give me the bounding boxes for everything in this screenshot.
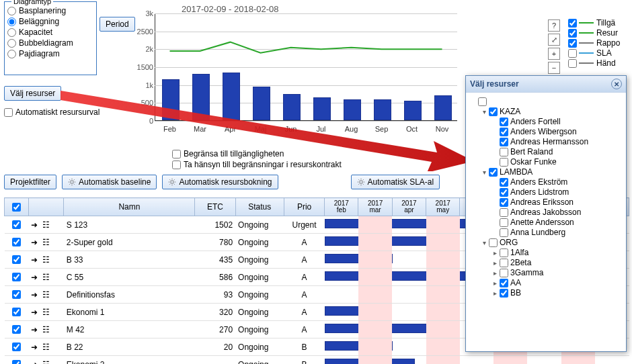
help-icon[interactable]: ? bbox=[548, 19, 560, 32]
tree-node[interactable]: Anders Ekström bbox=[470, 177, 622, 187]
chart-icon[interactable]: ☷ bbox=[42, 308, 52, 317]
auto-resursurval-input[interactable] bbox=[4, 108, 13, 117]
auto-sla-button[interactable]: Automatisk SLA-al bbox=[351, 175, 440, 189]
chart-icon[interactable]: ☷ bbox=[42, 273, 52, 282]
row-checkbox[interactable] bbox=[12, 220, 21, 229]
tree-node[interactable]: ▸BB bbox=[470, 288, 622, 298]
row-checkbox[interactable] bbox=[12, 308, 21, 316]
legend-item[interactable]: Tillgä bbox=[568, 18, 620, 28]
auto-resursurval-checkbox[interactable]: Automatiskt resursurval bbox=[4, 107, 100, 117]
goto-icon[interactable]: ➜ bbox=[31, 220, 40, 230]
legend-item[interactable]: Resur bbox=[568, 28, 620, 38]
diagramtype-option[interactable]: Kapacitet bbox=[7, 28, 93, 37]
legend-item[interactable]: Händ bbox=[568, 58, 620, 68]
begransa-checkbox[interactable]: Begränsa till tillgängligheten bbox=[172, 149, 342, 158]
tree-checkbox[interactable] bbox=[489, 107, 498, 116]
tree-checkbox[interactable] bbox=[500, 208, 508, 217]
goto-icon[interactable]: ➜ bbox=[31, 360, 40, 365]
goto-icon[interactable]: ➜ bbox=[31, 255, 40, 265]
legend-item[interactable]: Rappo bbox=[568, 38, 620, 48]
row-checkbox[interactable] bbox=[12, 255, 21, 264]
tree-node[interactable]: ▸2Beta bbox=[470, 258, 622, 267]
auto-resursbokning-button[interactable]: Automatisk resursbokning bbox=[162, 175, 278, 189]
row-checkbox[interactable] bbox=[12, 290, 21, 299]
chart-icon[interactable]: ☷ bbox=[42, 255, 52, 265]
tahansyn-checkbox[interactable]: Ta hänsyn till begränsningar i resurskon… bbox=[172, 160, 342, 169]
diagramtype-option[interactable]: Basplanering bbox=[7, 6, 93, 15]
chart-icon[interactable]: ☷ bbox=[42, 290, 52, 300]
tree-checkbox[interactable] bbox=[500, 148, 508, 156]
expander-icon[interactable]: ▸ bbox=[491, 269, 498, 277]
tree-checkbox[interactable] bbox=[500, 248, 508, 257]
tree-checkbox[interactable] bbox=[489, 168, 498, 177]
legend-item[interactable]: SLA bbox=[568, 48, 620, 58]
tree-checkbox[interactable] bbox=[500, 118, 508, 126]
diagramtype-option[interactable]: Beläggning bbox=[7, 17, 93, 26]
row-checkbox[interactable] bbox=[12, 273, 21, 281]
tree-node[interactable] bbox=[470, 97, 622, 106]
auto-baseline-button[interactable]: Automatisk baseline bbox=[62, 175, 157, 189]
tree-checkbox[interactable] bbox=[500, 259, 508, 267]
col-month[interactable]: 2017feb bbox=[325, 198, 358, 216]
tree-node[interactable]: Andreas Eriksson bbox=[470, 197, 622, 207]
tree-checkbox[interactable] bbox=[500, 178, 508, 187]
close-icon[interactable]: ✕ bbox=[611, 79, 622, 89]
expander-icon[interactable]: ▸ bbox=[491, 259, 498, 267]
tree-checkbox[interactable] bbox=[500, 218, 508, 227]
tree-node[interactable]: Anna Lundberg bbox=[470, 228, 622, 237]
tree-node[interactable]: Bert Raland bbox=[470, 147, 622, 156]
chart-icon[interactable]: ☷ bbox=[42, 325, 52, 334]
tree-node[interactable]: ▾LAMBDA bbox=[470, 167, 622, 177]
goto-icon[interactable]: ➜ bbox=[31, 308, 40, 317]
goto-icon[interactable]: ➜ bbox=[31, 343, 40, 352]
col-month[interactable]: 2017apr bbox=[392, 198, 426, 216]
tree-checkbox[interactable] bbox=[500, 269, 508, 277]
tree-node[interactable]: ▸3Gamma bbox=[470, 268, 622, 277]
goto-icon[interactable]: ➜ bbox=[31, 290, 40, 300]
zoom-in-icon[interactable]: + bbox=[548, 48, 560, 60]
chart-icon[interactable]: ☷ bbox=[42, 360, 52, 365]
tree-node[interactable]: Anders Wibergson bbox=[470, 127, 622, 136]
tree-checkbox[interactable] bbox=[500, 138, 508, 146]
goto-icon[interactable]: ➜ bbox=[31, 238, 40, 247]
dialog-titlebar[interactable]: Välj resurser ✕ bbox=[466, 76, 626, 92]
valj-resurser-button[interactable]: Välj resurser bbox=[4, 86, 61, 101]
row-checkbox[interactable] bbox=[12, 325, 21, 334]
col-month[interactable]: 2017may bbox=[426, 198, 460, 216]
zoom-out-icon[interactable]: − bbox=[548, 62, 560, 74]
expander-icon[interactable]: ▾ bbox=[481, 169, 487, 176]
tree-node[interactable]: ▸1Alfa bbox=[470, 248, 622, 257]
goto-icon[interactable]: ➜ bbox=[31, 273, 40, 282]
projektfilter-button[interactable]: Projektfilter bbox=[4, 175, 56, 189]
period-button[interactable]: Period bbox=[100, 17, 135, 32]
tree-checkbox[interactable] bbox=[500, 289, 508, 298]
select-all-checkbox[interactable] bbox=[12, 203, 21, 212]
tree-node[interactable]: Andreas Hermansson bbox=[470, 137, 622, 146]
col-status[interactable]: Status bbox=[235, 198, 284, 216]
row-checkbox[interactable] bbox=[12, 360, 21, 364]
tree-checkbox[interactable] bbox=[500, 198, 508, 207]
tree-node[interactable]: Anders Lidstrom bbox=[470, 187, 622, 197]
tree-checkbox[interactable] bbox=[489, 238, 498, 247]
tree-node[interactable]: Anette Andersson bbox=[470, 218, 622, 227]
expander-icon[interactable]: ▸ bbox=[491, 289, 498, 297]
tree-node[interactable]: Oskar Funke bbox=[470, 157, 622, 167]
goto-icon[interactable]: ➜ bbox=[31, 325, 40, 334]
row-checkbox[interactable] bbox=[12, 343, 21, 351]
expander-icon[interactable]: ▾ bbox=[481, 108, 487, 116]
chart-icon[interactable]: ☷ bbox=[42, 238, 52, 247]
tree-checkbox[interactable] bbox=[500, 158, 508, 167]
tree-node[interactable]: ▸AA bbox=[470, 278, 622, 287]
col-prio[interactable]: Prio bbox=[284, 198, 324, 216]
tree-checkbox[interactable] bbox=[500, 228, 508, 237]
diagramtype-option[interactable]: Bubbeldiagram bbox=[7, 38, 93, 48]
col-month[interactable]: 2017mar bbox=[358, 198, 392, 216]
row-checkbox[interactable] bbox=[12, 238, 21, 246]
col-namn[interactable]: Namn bbox=[64, 198, 195, 216]
tree-checkbox[interactable] bbox=[478, 97, 487, 106]
tree-node[interactable]: ▾ORG bbox=[470, 238, 622, 247]
expander-icon[interactable]: ▾ bbox=[481, 239, 487, 246]
diagramtype-option[interactable]: Pajdiagram bbox=[7, 49, 93, 58]
expander-icon[interactable]: ▸ bbox=[491, 279, 498, 287]
chart-icon[interactable]: ☷ bbox=[42, 343, 52, 352]
